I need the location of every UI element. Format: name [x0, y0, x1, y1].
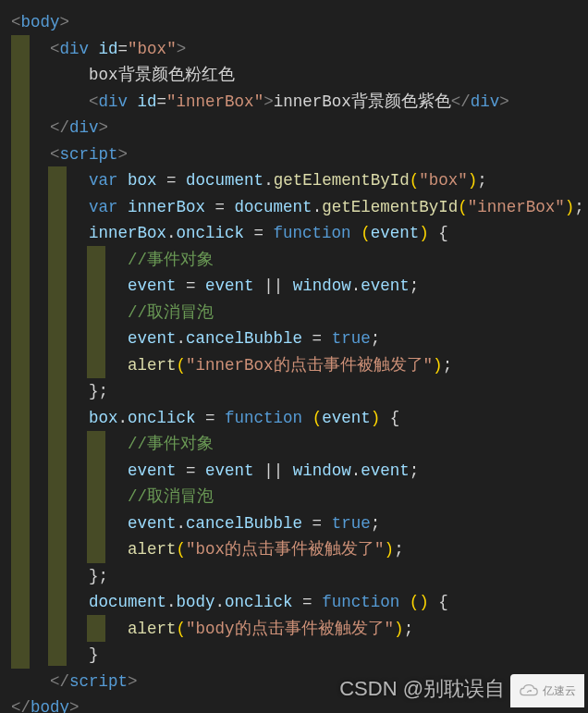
code-block: <body> <div id="box"> box背景颜色粉红色 <div id… — [0, 0, 588, 713]
yisu-text: 亿速云 — [543, 678, 576, 705]
csdn-watermark: CSDN @别耽误自 — [339, 676, 505, 703]
yisu-logo: 亿速云 — [510, 674, 584, 707]
cloud-icon — [519, 682, 539, 699]
